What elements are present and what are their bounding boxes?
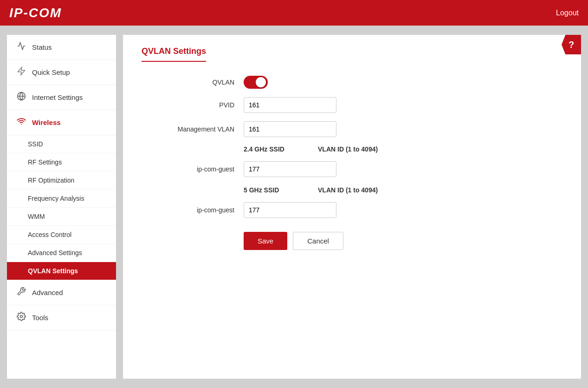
svg-point-4 [20,316,23,318]
sidebar-sub-label-advanced-settings: Advanced Settings [28,249,82,256]
ghz24-ssid-row: ip-com-guest [142,161,562,177]
bolt-icon [16,66,26,78]
sidebar-item-status[interactable]: Status [7,35,116,60]
qvlan-toggle-row: QVLAN [142,76,562,89]
ghz5-ssid-name: ip-com-guest [142,206,244,214]
sidebar-sub-label-qvlan-settings: QVLAN Settings [28,267,78,275]
sidebar-item-wireless[interactable]: Wireless [7,110,116,135]
toggle-thumb [256,77,266,87]
sidebar-item-quick-setup[interactable]: Quick Setup [7,60,116,85]
sidebar-sub-item-frequency-analysis[interactable]: Frequency Analysis [7,190,116,208]
sidebar: Status Quick Setup Internet Settings Wir… [7,35,116,379]
sidebar-label-advanced: Advanced [32,289,63,296]
sidebar-sub-label-access-control: Access Control [28,231,71,238]
help-button[interactable]: ? [562,35,581,54]
content-area: ? QVLAN Settings QVLAN PVID Management V… [123,35,581,379]
ghz24-ssid-name: ip-com-guest [142,165,244,173]
sidebar-sub-label-frequency-analysis: Frequency Analysis [28,195,84,202]
ghz24-vlan-header-label: VLAN ID (1 to 4094) [318,145,378,153]
qvlan-label: QVLAN [142,79,244,86]
sidebar-sub-label-rf-settings: RF Settings [28,158,62,166]
wrench-icon [16,287,26,298]
pvid-input[interactable] [244,97,336,113]
ghz5-ssid-header-label: 5 GHz SSID [244,186,318,194]
qvlan-toggle[interactable] [244,76,268,89]
sidebar-item-internet-settings[interactable]: Internet Settings [7,85,116,110]
sidebar-item-tools[interactable]: Tools [7,305,116,330]
save-button[interactable]: Save [244,232,287,250]
sidebar-sub-item-rf-settings[interactable]: RF Settings [7,153,116,171]
button-row: Save Cancel [142,232,562,250]
logout-button[interactable]: Logout [556,9,579,17]
sidebar-sub-label-rf-optimization: RF Optimization [28,177,74,184]
cancel-button[interactable]: Cancel [293,232,343,250]
sidebar-item-advanced[interactable]: Advanced [7,280,116,305]
sidebar-sub-label-ssid: SSID [28,140,43,148]
ghz5-section-header: 5 GHz SSID VLAN ID (1 to 4094) [142,186,562,194]
pvid-label: PVID [142,101,244,109]
toggle-switch[interactable] [244,76,268,89]
ghz24-ssid-header-label: 2.4 GHz SSID [244,145,318,153]
ghz24-vlan-input[interactable] [244,161,336,177]
sidebar-sub-item-access-control[interactable]: Access Control [7,226,116,244]
activity-icon [16,41,26,53]
svg-marker-0 [18,67,25,75]
management-vlan-label: Management VLAN [142,125,244,133]
sidebar-label-wireless: Wireless [32,118,61,126]
sidebar-sub-label-wmm: WMM [28,213,45,220]
ghz5-vlan-input[interactable] [244,202,336,218]
globe-icon [16,92,26,103]
ghz5-ssid-row: ip-com-guest [142,202,562,218]
wifi-icon [16,117,26,128]
pvid-row: PVID [142,97,562,113]
sidebar-label-status: Status [32,43,52,51]
sidebar-label-internet-settings: Internet Settings [32,93,83,101]
sidebar-sub-item-rf-optimization[interactable]: RF Optimization [7,171,116,190]
ghz24-section-header: 2.4 GHz SSID VLAN ID (1 to 4094) [142,145,562,153]
management-vlan-row: Management VLAN [142,121,562,137]
main-layout: Status Quick Setup Internet Settings Wir… [0,26,588,388]
logo: IP-COM [9,6,62,20]
sidebar-sub-item-ssid[interactable]: SSID [7,135,116,153]
sidebar-sub-item-wmm[interactable]: WMM [7,208,116,226]
sidebar-sub-item-advanced-settings[interactable]: Advanced Settings [7,244,116,262]
sidebar-label-quick-setup: Quick Setup [32,68,70,76]
svg-point-3 [21,124,22,125]
header: IP-COM Logout [0,0,588,26]
sidebar-sub-item-qvlan-settings[interactable]: QVLAN Settings [7,262,116,280]
sidebar-label-tools: Tools [32,314,48,322]
page-title: QVLAN Settings [142,46,206,62]
gear-icon [16,312,26,323]
ghz5-vlan-header-label: VLAN ID (1 to 4094) [318,186,378,194]
management-vlan-input[interactable] [244,121,336,137]
